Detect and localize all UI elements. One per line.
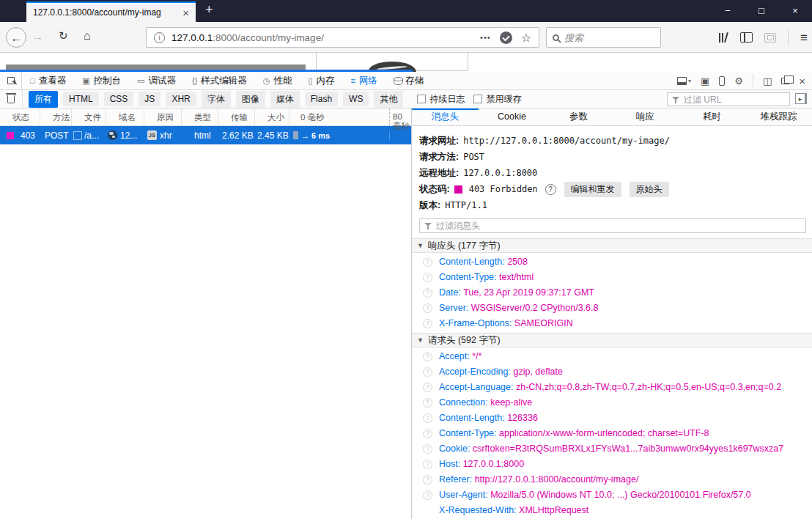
tab-stack-trace[interactable]: 堆栈跟踪 (745, 108, 812, 125)
tab-performance[interactable]: ◷ 性能 (255, 72, 300, 89)
help-circle-icon[interactable]: ? (423, 475, 432, 485)
tab-debugger[interactable]: ▭ 调试器 (129, 72, 184, 89)
column-timeline[interactable]: 0 毫秒 80 毫秒 (289, 108, 411, 125)
tab-inspector[interactable]: □ 查看器 (22, 72, 74, 89)
tab-memory[interactable]: ▯ 内存 (300, 72, 342, 89)
help-circle-icon[interactable]: ? (423, 490, 432, 500)
tab-response[interactable]: 响应 (612, 108, 679, 125)
help-circle-icon[interactable]: ? (423, 460, 432, 469)
pick-element-button[interactable] (0, 72, 22, 89)
response-headers-section[interactable]: ▼ 响应头 (177 字节) (412, 238, 812, 253)
header-row[interactable]: ?Cookie: csrftoken=R3tRQSumBRXLx1FYsWa1.… (412, 441, 812, 457)
filter-pill-fonts[interactable]: 字体 (202, 91, 231, 108)
help-circle-icon[interactable]: ? (423, 352, 432, 361)
forward-button[interactable]: → (32, 30, 43, 43)
browser-tab[interactable]: 127.0.0.1:8000/account/my-imag × (26, 1, 196, 22)
filter-headers-input[interactable] (436, 221, 801, 231)
reload-button[interactable]: ↻ (59, 29, 68, 43)
home-button[interactable]: ⌂ (84, 29, 91, 43)
search-bar[interactable] (546, 27, 661, 48)
filter-pill-all[interactable]: 所有 (29, 91, 58, 108)
tab-style-editor[interactable]: {} 样式编辑器 (184, 72, 255, 89)
tab-timings[interactable]: 耗时 (679, 108, 745, 125)
search-input[interactable] (564, 32, 654, 43)
header-row[interactable]: ?Content-Type: text/html (412, 270, 812, 285)
status-help-icon[interactable]: ? (545, 184, 556, 195)
help-circle-icon[interactable]: ? (423, 303, 432, 313)
separate-window-icon[interactable] (781, 78, 789, 84)
header-row[interactable]: ?Server: WSGIServer/0.2 CPython/3.6.8 (412, 301, 812, 316)
edit-resend-button[interactable]: 编辑和重发 (564, 182, 621, 197)
gear-icon[interactable]: ⚙ (734, 76, 743, 86)
filter-pill-other[interactable]: 其他 (374, 91, 403, 108)
header-row[interactable]: ?X-Frame-Options: SAMEORIGIN (412, 316, 812, 331)
back-button[interactable]: ← (6, 27, 26, 48)
dock-side-icon[interactable]: ◫ (763, 76, 772, 86)
device-icon[interactable] (764, 33, 776, 43)
help-circle-icon[interactable]: ? (423, 398, 432, 408)
persist-logs-checkbox[interactable]: 持续日志 (417, 93, 465, 106)
pocket-icon[interactable] (500, 32, 512, 44)
help-circle-icon[interactable]: ? (423, 383, 432, 392)
minimize-button[interactable]: − (711, 0, 745, 22)
devtools-close-icon[interactable]: × (799, 76, 805, 86)
filter-pill-media[interactable]: 媒体 (270, 91, 300, 108)
filter-pill-html[interactable]: HTML (63, 92, 99, 106)
bookmark-star-icon[interactable]: ☆ (521, 31, 531, 45)
tab-network[interactable]: ≡ 网络 (343, 72, 385, 89)
tab-storage[interactable]: 存储 (385, 72, 432, 89)
help-circle-icon[interactable]: ? (423, 444, 432, 454)
help-circle-icon[interactable]: ? (423, 288, 432, 298)
column-method[interactable]: 方法 (40, 108, 72, 125)
column-transferred[interactable]: 传输 (218, 108, 255, 125)
clear-requests-icon[interactable] (7, 95, 15, 103)
column-cause[interactable]: 原因 (144, 108, 182, 125)
header-row[interactable]: ?Accept: */* (412, 349, 812, 364)
filter-pill-css[interactable]: CSS (104, 92, 134, 106)
split-console-icon[interactable]: ▣ (701, 76, 709, 86)
maximize-button[interactable]: □ (745, 0, 778, 22)
filter-pill-ws[interactable]: WS (343, 92, 369, 106)
header-row[interactable]: ?Date: Tue, 23 Apr 2019 09:37:17 GMT (412, 285, 812, 301)
dock-bottom-button[interactable]: ▾ (677, 77, 691, 85)
filter-pill-xhr[interactable]: XHR (166, 92, 196, 106)
url-bar[interactable]: i 127.0.0.1 :8000/account/my-image/ ••• … (146, 27, 539, 48)
header-row[interactable]: ?Accept-Encoding: gzip, deflate (412, 364, 812, 380)
tab-params[interactable]: 参数 (545, 108, 612, 125)
header-row[interactable]: ?Referer: http://127.0.0.1:8000/account/… (412, 472, 812, 487)
request-headers-section[interactable]: ▼ 请求头 (592 字节) (412, 333, 812, 347)
menu-icon[interactable]: ≡ (800, 32, 808, 44)
raw-headers-button[interactable]: 原始头 (630, 182, 669, 197)
header-row[interactable]: ?Host: 127.0.0.1:8000 (412, 457, 812, 472)
help-circle-icon[interactable]: ? (423, 367, 432, 377)
filter-pill-js[interactable]: JS (139, 92, 160, 106)
tab-close-icon[interactable]: × (182, 7, 189, 18)
window-close-button[interactable]: × (778, 0, 812, 22)
header-row[interactable]: ?X-Requested-With: XMLHttpRequest (412, 503, 812, 518)
column-file[interactable]: 文件 (72, 108, 106, 125)
new-tab-button[interactable]: + (205, 2, 213, 18)
responsive-mode-icon[interactable] (719, 76, 725, 86)
tab-console[interactable]: ▣ 控制台 (74, 72, 129, 89)
library-icon[interactable] (717, 32, 728, 43)
column-type[interactable]: 类型 (182, 108, 218, 125)
column-domain[interactable]: 域名 (106, 108, 144, 125)
header-row[interactable]: ?Connection: keep-alive (412, 395, 812, 411)
header-row[interactable]: ?Content-Type: application/x-www-form-ur… (412, 426, 812, 441)
help-circle-icon[interactable]: ? (423, 273, 432, 282)
help-circle-icon[interactable]: ? (423, 319, 432, 328)
tab-cookies[interactable]: Cookie (479, 108, 545, 125)
header-row[interactable]: ?Content-Length: 126336 (412, 411, 812, 426)
sidebar-toggle-icon[interactable] (740, 32, 753, 43)
request-row-selected[interactable]: 403 POST /a... 12... JS xhr (0, 126, 411, 144)
header-row[interactable]: ?Accept-Language: zh-CN,zh;q=0.8,zh-TW;q… (412, 380, 812, 395)
network-details-toggle-icon[interactable]: ▸ (795, 93, 807, 104)
header-row[interactable]: ?User-Agent: Mozilla/5.0 (Windows NT 10.… (412, 487, 812, 503)
site-info-icon[interactable]: i (154, 32, 165, 43)
tab-headers[interactable]: 消息头 (412, 108, 479, 125)
help-circle-icon[interactable]: ? (423, 413, 432, 423)
filter-pill-flash[interactable]: Flash (305, 92, 338, 106)
help-circle-icon[interactable]: ? (423, 429, 432, 438)
page-actions-icon[interactable]: ••• (480, 33, 491, 42)
filter-pill-images[interactable]: 图像 (236, 91, 265, 108)
